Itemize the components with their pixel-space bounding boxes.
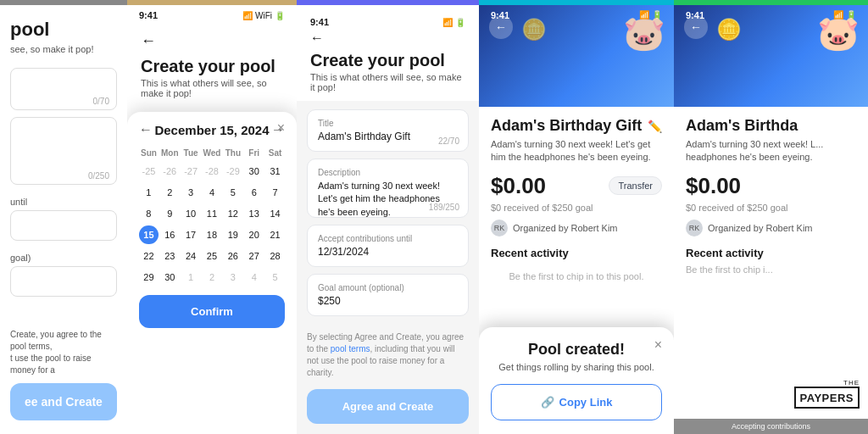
pool-desc: Adam's turning 30 next week! Let's get h… [491, 138, 662, 164]
screen5-goal: $0 received of $250 goal [686, 203, 856, 213]
cal-day-21[interactable]: 21 [265, 225, 285, 245]
screen3-form: Title Adam's Birthday Gift 22/70 Descrip… [297, 101, 479, 325]
screen3-status: 📶🔋 [442, 18, 465, 27]
cal-day-18[interactable]: 18 [203, 225, 222, 245]
goal-field[interactable]: Goal amount (optional) $250 [307, 274, 469, 316]
screen1-create-btn[interactable]: ee and Create [10, 383, 117, 420]
cal-day-10[interactable]: 10 [181, 204, 201, 224]
cal-day[interactable]: 5 [265, 267, 285, 287]
cal-day-8[interactable]: 8 [139, 204, 159, 224]
cal-day-23[interactable]: 23 [160, 246, 180, 265]
cal-day-9[interactable]: 9 [160, 204, 180, 224]
screen2-subtitle: This is what others will see, so make it… [141, 78, 283, 98]
cal-day-28[interactable]: 28 [265, 246, 285, 265]
cal-day[interactable]: 2 [203, 267, 222, 287]
cal-day[interactable]: -25 [139, 162, 159, 181]
screen2: 9:41 📶WiFi🔋 ← Create your pool This is w… [127, 5, 297, 434]
cal-day-3[interactable]: 3 [181, 183, 201, 203]
cal-day-1[interactable]: 1 [139, 183, 159, 203]
dow-mon: Mon [160, 146, 180, 160]
cal-prev-btn[interactable]: ← [139, 122, 153, 137]
screen5-piggy: 🐷 [817, 14, 860, 53]
cal-day-17[interactable]: 17 [181, 225, 201, 245]
copy-link-label: Copy Link [559, 396, 613, 409]
pool-amount-row: $0.00 Transfer [491, 173, 662, 199]
cal-day-6[interactable]: 6 [244, 183, 264, 203]
screen5-recent-label: Recent activity [686, 247, 856, 259]
dow-tue: Tue [181, 146, 201, 160]
cal-day-5[interactable]: 5 [223, 183, 242, 203]
cal-day-31[interactable]: 31 [265, 162, 285, 181]
desc-value: Adam's turning 30 next week! Let's get h… [318, 180, 458, 219]
cal-day[interactable]: -26 [160, 162, 180, 181]
cal-day[interactable]: -29 [223, 162, 242, 181]
cal-day-24[interactable]: 24 [181, 246, 201, 265]
cal-day[interactable]: 3 [223, 267, 242, 287]
cal-day-25[interactable]: 25 [203, 246, 222, 265]
cal-day-4[interactable]: 4 [203, 183, 222, 203]
cal-day-13[interactable]: 13 [244, 204, 264, 224]
screen2-header: ← Create your pool This is what others w… [127, 20, 297, 105]
screen3-header: 9:41 📶🔋 ← Create your pool This is what … [297, 5, 479, 101]
copy-link-btn[interactable]: 🔗 Copy Link [491, 384, 662, 420]
until-field[interactable]: Accept contributions until 12/31/2024 [307, 225, 469, 267]
confirm-btn[interactable]: Confirm [139, 295, 285, 328]
transfer-btn[interactable]: Transfer [609, 176, 662, 195]
cal-day-14[interactable]: 14 [265, 204, 285, 224]
cal-day-20[interactable]: 20 [244, 225, 264, 245]
cal-day-30b[interactable]: 30 [160, 267, 180, 287]
desc-field[interactable]: Description Adam's turning 30 next week!… [307, 159, 469, 218]
dow-thu: Thu [223, 146, 242, 160]
title-char-count: 22/70 [438, 136, 459, 146]
desc-label: Description [318, 168, 458, 177]
agree-create-btn[interactable]: Agree and Create [307, 389, 469, 424]
calendar-nav: ← December 15, 2024 → [139, 122, 285, 137]
screen1-char-count2: 0/250 [88, 171, 109, 181]
screen1-title-input[interactable]: 0/70 [10, 68, 117, 110]
paypers-watermark: THE PAYPERS [794, 380, 860, 409]
cal-day[interactable]: -27 [181, 162, 201, 181]
calendar-month: December 15, 2024 [154, 123, 269, 137]
cal-day-15-selected[interactable]: 15 [139, 225, 159, 245]
screen1-title: pool [10, 19, 117, 41]
title-field[interactable]: Title Adam's Birthday Gift 22/70 [307, 109, 469, 152]
screen1-desc-input[interactable]: 0/250 [10, 117, 117, 185]
cal-day[interactable]: 4 [244, 267, 264, 287]
cal-day-2[interactable]: 2 [160, 183, 180, 203]
pool-terms-link[interactable]: pool terms [331, 344, 370, 353]
pool-back-btn[interactable]: ← [489, 15, 513, 39]
cal-day-16[interactable]: 16 [160, 225, 180, 245]
paypers-the: THE [794, 380, 860, 387]
cal-day[interactable]: -28 [203, 162, 222, 181]
accepting-badge: Accepting contributions [674, 419, 868, 434]
title-value: Adam's Birthday Gift [318, 131, 458, 142]
calendar-close[interactable]: × [277, 120, 285, 136]
screen1-goal-input[interactable] [10, 266, 117, 297]
screen5-wrapper: 9:41 📶🔋 ← 🐷 🪙 Adam's Birthda Adam's turn… [674, 0, 868, 434]
screen3-back[interactable]: ← [310, 31, 465, 46]
cal-day-27[interactable]: 27 [244, 246, 264, 265]
pool-title-row: Adam's Birthday Gift ✏️ [491, 117, 662, 135]
cal-day-11[interactable]: 11 [203, 204, 222, 224]
edit-icon[interactable]: ✏️ [648, 120, 662, 133]
cal-day-7[interactable]: 7 [265, 183, 285, 203]
cal-day-30[interactable]: 30 [244, 162, 264, 181]
screen5-avatar: RK [686, 220, 703, 236]
screen5-back-btn[interactable]: ← [684, 15, 708, 39]
cal-day-26[interactable]: 26 [223, 246, 242, 265]
goal-label: Goal amount (optional) [318, 283, 458, 292]
pool-title: Adam's Birthday Gift [491, 117, 642, 135]
cal-day-12[interactable]: 12 [223, 204, 242, 224]
screen1-until-input[interactable] [10, 210, 117, 241]
cal-day-22[interactable]: 22 [139, 246, 159, 265]
screen1-goal-label: goal) [10, 253, 117, 263]
cal-day-19[interactable]: 19 [223, 225, 242, 245]
pool-amount: $0.00 [491, 173, 546, 199]
cal-day-29[interactable]: 29 [139, 267, 159, 287]
modal-close-btn[interactable]: × [654, 337, 662, 353]
back-arrow[interactable]: ← [141, 32, 283, 50]
cal-day[interactable]: 1 [181, 267, 201, 287]
screen3: 9:41 📶🔋 ← Create your pool This is what … [297, 5, 479, 434]
goal-value: $250 [318, 295, 458, 307]
screen2-title: Create your pool [141, 57, 283, 76]
